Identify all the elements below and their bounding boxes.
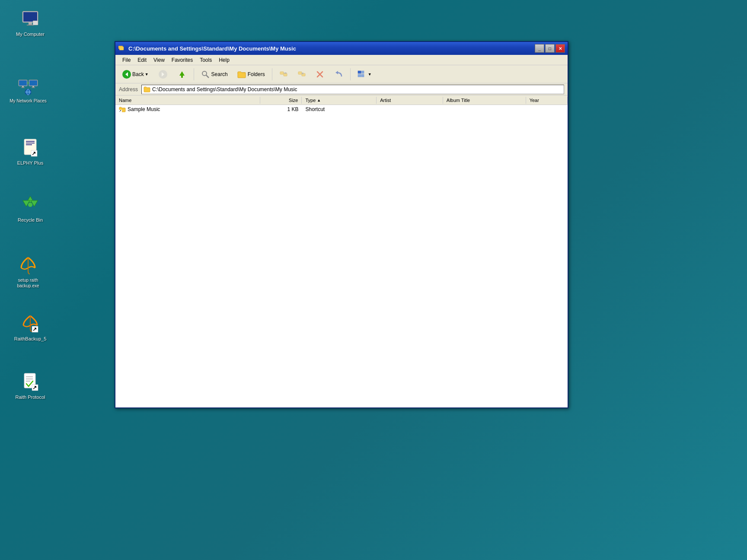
desktop-icon-raith-backup[interactable]: ↗ RaithBackup_5 [13,313,48,342]
back-button[interactable]: Back ▼ [118,67,153,82]
col-header-name[interactable]: Name [115,97,260,104]
svg-marker-43 [179,71,185,76]
menu-tools[interactable]: Tools [196,56,215,64]
my-network-icon [18,76,38,96]
col-header-artist[interactable]: Artist [377,97,443,104]
svg-line-46 [206,75,209,78]
svg-rect-59 [358,71,361,73]
svg-rect-52 [298,72,302,74]
menu-view[interactable]: View [150,56,168,64]
undo-button[interactable] [330,67,347,82]
col-header-type[interactable]: Type ▲ [302,97,377,104]
desktop-icon-raith-protocol[interactable]: ↗ Raith Protocol [13,372,48,400]
svg-rect-20 [26,144,32,145]
explorer-window: C:\Documents and Settings\Standard\My Do… [115,41,568,408]
desktop-icon-my-computer[interactable]: My Computer [13,9,48,37]
desktop-icon-setup[interactable]: setup raith backup.exe [9,255,48,289]
col-header-year[interactable]: Year [526,97,568,104]
file-list-area: Name Size Type ▲ Artist Album Title Year [115,95,568,407]
window-title: C:\Documents and Settings\Standard\My Do… [128,45,535,52]
svg-rect-4 [33,21,38,25]
svg-rect-7 [22,86,24,87]
svg-rect-19 [26,143,35,143]
column-headers: Name Size Type ▲ Artist Album Title Year [115,95,568,105]
delete-icon [316,70,324,79]
my-computer-icon [20,9,41,29]
views-dropdown[interactable]: ▼ [368,72,372,76]
desktop-icon-elphy[interactable]: ↗ ELPHY Plus [13,137,48,166]
toolbar-separator-2 [272,68,272,80]
menu-file[interactable]: File [119,56,134,64]
svg-point-26 [28,203,32,207]
title-bar-buttons: _ □ ✕ [535,44,565,53]
sort-asc-icon: ▲ [317,98,321,102]
file-type-cell: Shortcut [302,106,377,113]
move-button[interactable] [275,67,292,82]
svg-rect-48 [280,72,284,74]
svg-rect-44 [181,76,183,78]
table-row[interactable]: ↗ Sample Music 1 KB Shortcut [115,105,568,114]
setup-icon [18,255,38,276]
svg-rect-47 [238,73,246,78]
raith-protocol-icon: ↗ [20,372,41,392]
menu-bar: File Edit View Favorites Tools Help [115,55,568,65]
file-size-cell: 1 KB [260,106,302,113]
up-icon [177,70,187,79]
svg-rect-3 [27,25,34,25]
folders-button[interactable]: Folders [233,67,269,82]
back-dropdown[interactable]: ▼ [145,72,149,76]
menu-edit[interactable]: Edit [134,56,150,64]
views-icon [358,70,366,78]
file-name-cell: ↗ Sample Music [115,106,260,113]
svg-rect-1 [23,12,37,22]
desktop-icon-recycle[interactable]: Recycle Bin [13,194,48,223]
recycle-icon [20,194,41,215]
raith-protocol-label: Raith Protocol [15,394,45,400]
svg-rect-10 [29,80,37,86]
svg-rect-12 [32,87,35,88]
file-year-cell [526,109,568,110]
toolbar-separator-3 [350,68,351,80]
file-name: Sample Music [128,106,160,112]
folders-icon [237,70,246,78]
forward-button[interactable] [154,67,172,82]
address-folder-icon [144,86,150,93]
file-album-cell [443,109,526,110]
svg-text:↗: ↗ [32,385,37,391]
address-bar: Address C:\Documents and Settings\Standa… [115,83,568,95]
menu-help[interactable]: Help [215,56,233,64]
svg-marker-58 [335,71,338,74]
maximize-button[interactable]: □ [545,44,555,53]
search-button[interactable]: Search [197,67,232,82]
col-header-size[interactable]: Size [260,97,302,104]
delete-button[interactable] [312,67,328,82]
my-network-label: My Network Places [10,98,47,104]
address-field[interactable]: C:\Documents and Settings\Standard\My Do… [141,85,564,94]
svg-rect-38 [119,47,124,50]
undo-icon [334,70,343,79]
my-computer-label: My Computer [16,31,45,37]
back-icon [122,70,131,79]
file-artist-cell [377,109,443,110]
minimize-button[interactable]: _ [535,44,544,53]
elphy-icon: ↗ [20,137,41,158]
svg-rect-6 [19,80,27,86]
forward-icon [158,70,168,79]
close-button[interactable]: ✕ [555,44,565,53]
search-icon [201,70,210,79]
raith-backup-label: RaithBackup_5 [14,336,47,342]
move-icon [279,70,288,79]
up-button[interactable] [173,67,191,82]
recycle-label: Recycle Bin [18,217,43,223]
svg-rect-11 [32,86,34,87]
desktop-icon-my-network[interactable]: My Network Places [9,76,48,104]
back-label: Back [132,71,144,77]
toolbar-separator-1 [194,68,194,80]
menu-favorites[interactable]: Favorites [168,56,196,64]
col-header-album[interactable]: Album Title [443,97,526,104]
svg-rect-2 [29,22,32,25]
svg-text:↗: ↗ [32,150,36,156]
copy-button[interactable] [294,67,310,82]
setup-label: setup raith backup.exe [9,277,48,289]
views-button[interactable]: ▼ [354,67,376,82]
